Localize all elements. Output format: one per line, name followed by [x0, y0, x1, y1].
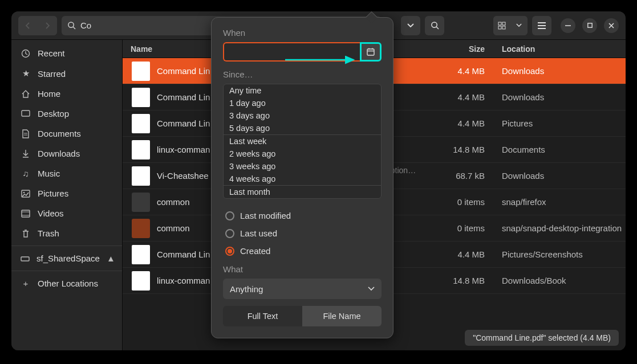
svg-rect-7: [502, 26, 505, 29]
svg-rect-25: [367, 49, 374, 55]
file-size: 14.8 MB: [439, 145, 496, 154]
search-scope-toggle: Full Text File Name: [223, 306, 382, 326]
since-option[interactable]: Last month: [224, 186, 381, 198]
sidebar-item-music[interactable]: ♫Music: [11, 163, 122, 183]
file-size: 14.8 MB: [439, 276, 496, 285]
file-size: 0 items: [439, 223, 496, 233]
hamburger-menu-button[interactable]: [532, 16, 551, 35]
when-label: When: [223, 28, 382, 38]
file-size: 4.4 MB: [439, 250, 496, 259]
sidebar-item-documents[interactable]: Documents: [11, 124, 122, 144]
since-option[interactable]: 5 days ago: [224, 122, 381, 134]
file-location: snap/snapd-desktop-integration: [496, 223, 626, 233]
status-bar: "Command Line.pdf" selected (4.4 MB): [465, 330, 619, 346]
drive-icon: [21, 255, 30, 262]
close-button[interactable]: [604, 18, 619, 33]
file-location: snap/firefox: [496, 197, 626, 207]
svg-rect-12: [587, 23, 591, 27]
radio-icon: [225, 247, 234, 256]
since-option[interactable]: 2 weeks ago: [224, 148, 381, 160]
sidebar-item-label: Recent: [38, 48, 65, 58]
sidebar-item-recent[interactable]: Recent: [11, 43, 122, 63]
full-text-toggle[interactable]: Full Text: [223, 306, 302, 326]
svg-point-20: [23, 191, 25, 193]
sidebar-item-shared[interactable]: sf_SharedSpace▲: [11, 248, 122, 268]
file-location: Downloads: [496, 66, 626, 76]
sidebar-item-label: Music: [38, 169, 60, 178]
svg-rect-24: [21, 257, 29, 261]
since-option[interactable]: Last week: [224, 135, 381, 148]
since-option[interactable]: 1 day ago: [224, 97, 381, 109]
view-options-dropdown[interactable]: [510, 16, 528, 35]
search-options-dropdown[interactable]: [401, 16, 420, 35]
file-size: 0 items: [439, 197, 496, 207]
eject-icon[interactable]: ▲: [107, 253, 115, 263]
file-location: Downloads: [496, 92, 626, 102]
sidebar-item-label: Other Locations: [38, 279, 98, 288]
what-type-select[interactable]: Anything: [223, 279, 382, 299]
sidebar-item-trash[interactable]: Trash: [11, 223, 122, 243]
desktop-icon: [21, 110, 31, 118]
downloads-icon: [21, 149, 31, 158]
documents-icon: [21, 129, 31, 138]
search-filter-popover: When Since… Any time1 day ago3 days ago5…: [211, 17, 393, 338]
sidebar-item-label: sf_SharedSpace: [36, 253, 100, 263]
radio-label: Last modified: [240, 211, 291, 220]
svg-line-1: [73, 27, 75, 29]
since-option[interactable]: 4 weeks ago: [224, 173, 381, 185]
what-label: What: [223, 264, 382, 274]
sidebar-item-label: Home: [38, 89, 60, 99]
svg-point-0: [68, 22, 74, 27]
calendar-button[interactable]: [360, 42, 382, 62]
sidebar-item-label: Documents: [38, 129, 81, 138]
search-icon: [67, 21, 76, 30]
svg-rect-5: [502, 22, 505, 25]
plus-icon: +: [21, 279, 31, 288]
calendar-icon: [366, 47, 375, 56]
file-size: 68.7 kB: [439, 171, 496, 181]
sidebar-item-desktop[interactable]: Desktop: [11, 104, 122, 124]
svg-rect-6: [498, 26, 501, 29]
sidebar-item-starred[interactable]: ★Starred: [11, 63, 122, 84]
forward-button[interactable]: [38, 16, 57, 35]
sidebar-item-label: Downloads: [38, 149, 80, 158]
file-size: 4.4 MB: [439, 92, 496, 102]
date-type-radio[interactable]: Created: [223, 242, 382, 260]
date-input[interactable]: [223, 42, 360, 62]
folder-icon: [132, 219, 150, 238]
date-type-radio[interactable]: Last modified: [223, 207, 382, 224]
maximize-button[interactable]: [582, 18, 597, 33]
sidebar-item-other-locations[interactable]: +Other Locations: [11, 273, 122, 293]
document-thumbnail: [132, 140, 150, 159]
nav-buttons: [18, 16, 57, 35]
file-location: Pictures: [496, 118, 626, 128]
sidebar-item-videos[interactable]: Videos: [11, 203, 122, 223]
since-option[interactable]: 3 weeks ago: [224, 160, 381, 173]
back-button[interactable]: [18, 16, 38, 35]
sidebar-item-home[interactable]: Home: [11, 84, 122, 104]
what-select-value: Anything: [230, 284, 263, 294]
search-button[interactable]: [425, 16, 444, 35]
since-option[interactable]: 3 days ago: [224, 109, 381, 122]
column-header-size[interactable]: Size: [439, 44, 496, 54]
minimize-button[interactable]: [561, 18, 575, 33]
sidebar-item-label: Pictures: [38, 189, 68, 198]
svg-rect-21: [22, 210, 30, 217]
sidebar-item-downloads[interactable]: Downloads: [11, 144, 122, 163]
since-option[interactable]: Any time: [224, 84, 381, 97]
folder-icon: [132, 193, 150, 212]
document-thumbnail: [132, 245, 150, 264]
document-thumbnail: [132, 166, 150, 186]
music-icon: ♫: [21, 169, 31, 178]
svg-rect-16: [22, 111, 30, 116]
sidebar-item-pictures[interactable]: Pictures: [11, 183, 122, 203]
column-header-location[interactable]: Location: [496, 44, 626, 54]
file-name-toggle[interactable]: File Name: [302, 306, 382, 326]
grid-view-button[interactable]: [493, 16, 510, 35]
document-thumbnail: [132, 114, 150, 133]
svg-rect-4: [498, 22, 501, 25]
date-type-radio[interactable]: Last used: [223, 224, 382, 242]
videos-icon: [21, 210, 31, 218]
file-location: Pictures/Screenshots: [496, 250, 626, 259]
sidebar-item-label: Starred: [38, 69, 66, 79]
